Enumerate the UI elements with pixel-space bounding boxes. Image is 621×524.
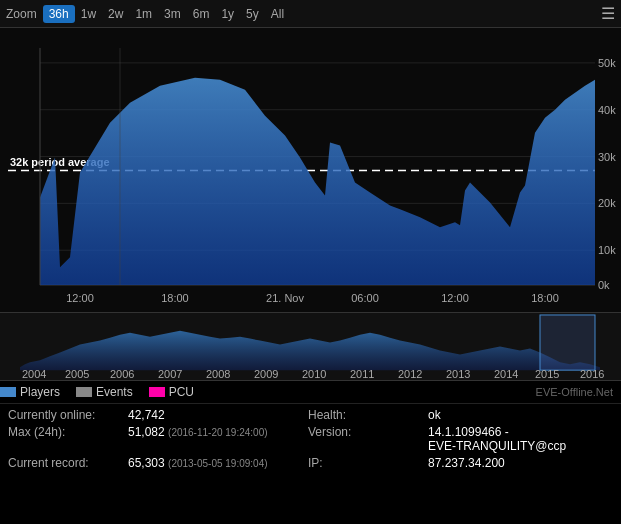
legend-players: Players [0, 385, 60, 399]
legend-events: Events [76, 385, 133, 399]
version-label: Version: [308, 425, 428, 453]
svg-text:0k: 0k [598, 279, 610, 291]
svg-text:12:00: 12:00 [441, 292, 469, 304]
mini-chart[interactable]: 2004 2005 2006 2007 2008 2009 2010 2011 … [0, 313, 621, 381]
zoom-1y[interactable]: 1y [215, 5, 240, 23]
bottom-stats: Currently online: 42,742 Health: ok Max … [0, 404, 621, 474]
pcu-color-box [149, 387, 165, 397]
zoom-label: Zoom [6, 7, 37, 21]
svg-text:2007: 2007 [158, 368, 182, 380]
zoom-6m[interactable]: 6m [187, 5, 216, 23]
svg-text:2014: 2014 [494, 368, 518, 380]
health-value: ok [428, 408, 608, 422]
svg-text:10k: 10k [598, 244, 616, 256]
svg-text:20k: 20k [598, 197, 616, 209]
svg-text:2011: 2011 [350, 368, 374, 380]
zoom-5y[interactable]: 5y [240, 5, 265, 23]
max-24h-value: 51,082 (2016-11-20 19:24:00) [128, 425, 308, 453]
main-chart: 32k period average 50k 40k 30k 20k 10k 0… [0, 28, 621, 313]
svg-text:2008: 2008 [206, 368, 230, 380]
zoom-1m[interactable]: 1m [129, 5, 158, 23]
svg-text:2004: 2004 [22, 368, 46, 380]
svg-rect-24 [540, 315, 595, 370]
events-color-box [76, 387, 92, 397]
site-attribution: EVE-Offline.Net [536, 386, 621, 398]
svg-text:18:00: 18:00 [531, 292, 559, 304]
ip-value: 87.237.34.200 [428, 456, 608, 470]
current-record-value: 65,303 (2013-05-05 19:09:04) [128, 456, 308, 470]
health-label: Health: [308, 408, 428, 422]
players-color-box [0, 387, 16, 397]
svg-text:2006: 2006 [110, 368, 134, 380]
legend-row: Players Events PCU EVE-Offline.Net [0, 381, 621, 404]
currently-online-value: 42,742 [128, 408, 308, 422]
legend-pcu: PCU [149, 385, 194, 399]
svg-text:2013: 2013 [446, 368, 470, 380]
svg-text:18:00: 18:00 [161, 292, 189, 304]
svg-text:50k: 50k [598, 57, 616, 69]
svg-text:21. Nov: 21. Nov [266, 292, 304, 304]
svg-text:40k: 40k [598, 104, 616, 116]
events-label: Events [96, 385, 133, 399]
currently-online-label: Currently online: [8, 408, 128, 422]
max-24h-label: Max (24h): [8, 425, 128, 453]
current-record-label: Current record: [8, 456, 128, 470]
zoom-bar: Zoom 36h 1w 2w 1m 3m 6m 1y 5y All ☰ [0, 0, 621, 28]
version-value: 14.1.1099466 - EVE-TRANQUILITY@ccp [428, 425, 608, 453]
svg-text:2009: 2009 [254, 368, 278, 380]
ip-label: IP: [308, 456, 428, 470]
zoom-2w[interactable]: 2w [102, 5, 129, 23]
svg-text:12:00: 12:00 [66, 292, 94, 304]
svg-text:2016: 2016 [580, 368, 604, 380]
zoom-all[interactable]: All [265, 5, 290, 23]
zoom-3m[interactable]: 3m [158, 5, 187, 23]
menu-icon[interactable]: ☰ [601, 4, 615, 23]
players-label: Players [20, 385, 60, 399]
svg-text:2015: 2015 [535, 368, 559, 380]
svg-text:2012: 2012 [398, 368, 422, 380]
svg-text:06:00: 06:00 [351, 292, 379, 304]
svg-text:30k: 30k [598, 151, 616, 163]
zoom-1w[interactable]: 1w [75, 5, 102, 23]
zoom-36h[interactable]: 36h [43, 5, 75, 23]
pcu-label: PCU [169, 385, 194, 399]
svg-text:2010: 2010 [302, 368, 326, 380]
svg-text:2005: 2005 [65, 368, 89, 380]
